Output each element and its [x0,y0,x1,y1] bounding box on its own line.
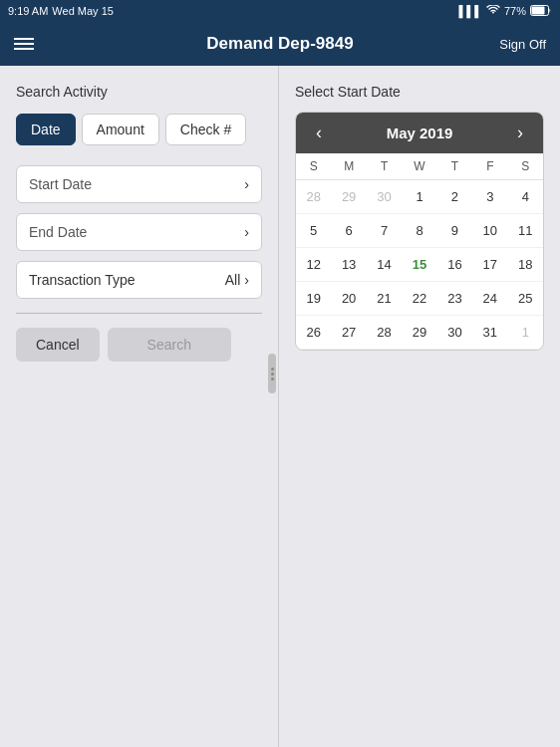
calendar-day[interactable]: 26 [296,316,331,350]
start-date-field[interactable]: Start Date › [16,165,262,203]
status-day: Wed May 15 [52,5,114,17]
divider [16,313,262,314]
calendar-day[interactable]: 12 [296,248,331,282]
calendar-day[interactable]: 4 [508,180,543,214]
action-buttons: Cancel Search [16,328,262,362]
calendar-day[interactable]: 23 [437,282,472,316]
check-number-filter-button[interactable]: Check # [165,114,246,145]
day-names-row: S M T W T F S [296,153,543,180]
day-name-sun: S [296,153,331,179]
calendar-day[interactable]: 28 [367,316,402,350]
svg-rect-1 [532,6,545,14]
calendar-header: ‹ May 2019 › [296,113,543,153]
calendar-day[interactable]: 18 [508,248,543,282]
calendar-day[interactable]: 15 [402,248,436,282]
calendar-day[interactable]: 29 [331,180,366,214]
calendar-day[interactable]: 11 [508,214,543,248]
main-layout: Search Activity Date Amount Check # Star… [0,66,560,747]
sign-off-button[interactable]: Sign Off [499,37,546,52]
calendar: ‹ May 2019 › S M T W T F S 2829301234567… [295,112,544,351]
calendar-section-title: Select Start Date [295,84,544,100]
transaction-type-field[interactable]: Transaction Type All › [16,261,262,299]
start-date-arrow-icon: › [244,176,249,192]
search-button[interactable]: Search [108,328,231,362]
end-date-label: End Date [29,224,87,240]
cancel-button[interactable]: Cancel [16,328,100,362]
menu-button[interactable] [14,38,34,50]
calendar-day[interactable]: 17 [472,248,507,282]
page-title: Demand Dep-9849 [206,34,353,54]
calendar-day[interactable]: 10 [472,214,507,248]
status-right: ▌▌▌ 77% [459,5,552,18]
wifi-icon [486,5,500,17]
transaction-type-arrow-icon: › [244,272,249,288]
calendar-day[interactable]: 14 [367,248,402,282]
left-panel: Search Activity Date Amount Check # Star… [0,66,279,747]
battery-percent: 77% [504,5,526,17]
search-activity-title: Search Activity [16,84,262,100]
day-name-sat: S [508,153,543,179]
day-name-mon: M [331,153,366,179]
calendar-day[interactable]: 13 [331,248,366,282]
calendar-day[interactable]: 25 [508,282,543,316]
day-name-thu: T [437,153,472,179]
calendar-month-year: May 2019 [387,124,453,141]
calendar-day[interactable]: 28 [296,180,331,214]
day-name-wed: W [402,153,436,179]
signal-icon: ▌▌▌ [459,5,482,17]
calendar-day[interactable]: 1 [508,316,543,350]
amount-filter-button[interactable]: Amount [82,114,159,145]
filter-buttons: Date Amount Check # [16,114,262,145]
calendar-day[interactable]: 27 [331,316,366,350]
calendar-prev-button[interactable]: ‹ [310,123,328,143]
start-date-label: Start Date [29,176,92,192]
status-time: 9:19 AM [8,5,48,17]
calendar-day[interactable]: 22 [402,282,436,316]
day-name-fri: F [472,153,507,179]
end-date-field[interactable]: End Date › [16,213,262,251]
calendar-day[interactable]: 29 [402,316,436,350]
calendar-day[interactable]: 19 [296,282,331,316]
day-name-tue: T [367,153,402,179]
calendar-day[interactable]: 30 [437,316,472,350]
calendar-day[interactable]: 1 [402,180,436,214]
calendar-day[interactable]: 5 [296,214,331,248]
calendar-day[interactable]: 3 [472,180,507,214]
transaction-type-value: All › [225,272,249,288]
calendar-day[interactable]: 9 [437,214,472,248]
status-bar: 9:19 AM Wed May 15 ▌▌▌ 77% [0,0,560,22]
panel-resize-handle[interactable] [268,354,276,393]
calendar-day[interactable]: 21 [367,282,402,316]
calendar-day[interactable]: 6 [331,214,366,248]
calendar-day[interactable]: 30 [367,180,402,214]
calendar-next-button[interactable]: › [511,123,529,143]
calendar-day[interactable]: 16 [437,248,472,282]
calendar-day[interactable]: 31 [472,316,507,350]
calendar-day[interactable]: 24 [472,282,507,316]
calendar-grid: S M T W T F S 28293012345678910111213141… [296,153,543,350]
end-date-arrow-icon: › [244,224,249,240]
header: Demand Dep-9849 Sign Off [0,22,560,66]
status-left: 9:19 AM Wed May 15 [8,5,114,17]
calendar-day[interactable]: 20 [331,282,366,316]
calendar-day[interactable]: 8 [402,214,436,248]
right-panel: Select Start Date ‹ May 2019 › S M T W T… [279,66,560,747]
date-filter-button[interactable]: Date [16,114,76,145]
calendar-day[interactable]: 2 [437,180,472,214]
calendar-day[interactable]: 7 [367,214,402,248]
days-grid: 2829301234567891011121314151617181920212… [296,180,543,350]
transaction-type-label: Transaction Type [29,272,136,288]
battery-icon [530,5,552,18]
